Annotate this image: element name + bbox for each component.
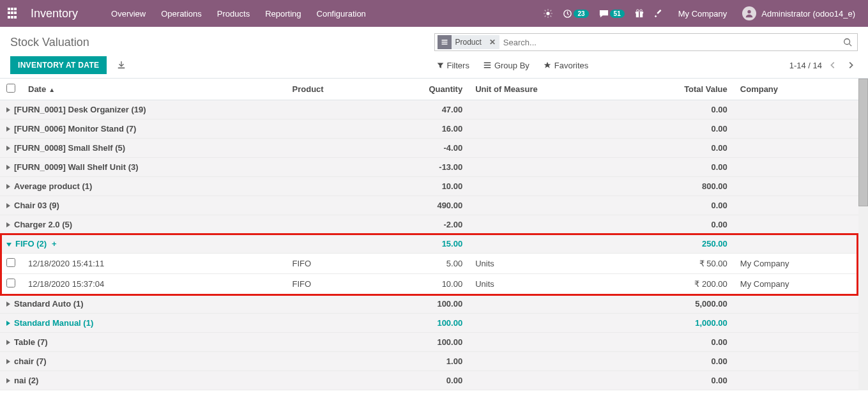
group-total: 1,000.00 [621,314,734,333]
caret-right-icon [6,184,10,189]
cell-uom: Units [469,254,620,274]
table-row[interactable]: 12/18/2020 15:41:11FIFO5.00Units₹ 50.00M… [0,254,858,274]
group-row[interactable]: Table (7)100.000.00 [0,333,858,352]
svg-rect-14 [484,65,491,66]
top-nav: Inventory Overview Operations Products R… [0,0,868,27]
group-row[interactable]: chair (7)1.000.00 [0,352,858,371]
group-label: nai (2) [0,371,286,390]
search-box[interactable]: Product ✕ [434,33,858,51]
activity-icon[interactable]: 23 [563,9,588,19]
group-total: 800.00 [621,177,734,196]
menu-configuration[interactable]: Configuration [309,9,374,19]
group-qty: 0.00 [375,371,469,390]
pager-text: 1-14 / 14 [789,61,822,70]
group-qty: 47.00 [375,100,469,119]
col-quantity[interactable]: Quantity [375,79,469,100]
caret-right-icon [6,126,10,132]
group-row[interactable]: FIFO (2)+15.00250.00 [0,234,858,254]
apps-launcher-icon[interactable] [8,8,19,19]
group-label: chair (7) [0,352,286,371]
table-row[interactable]: 12/18/2020 15:37:04FIFO10.00Units₹ 200.0… [0,274,858,295]
group-total: 0.00 [621,139,734,158]
svg-rect-15 [484,67,491,68]
group-row[interactable]: [FURN_0006] Monitor Stand (7)16.000.00 [0,119,858,139]
facet-label: Product [452,38,485,47]
user-name: Administrator (odoo14_e) [761,9,855,19]
menu-operations[interactable]: Operations [153,9,209,19]
tools-icon[interactable] [654,9,663,18]
svg-point-0 [547,11,550,15]
caret-right-icon [6,107,10,112]
svg-point-11 [844,39,850,45]
select-all-checkbox[interactable] [6,84,15,93]
caret-right-icon [6,359,10,364]
group-total: 5,000.00 [621,295,734,314]
group-qty: 100.00 [375,314,469,333]
scrollbar-track[interactable] [858,79,868,390]
group-row[interactable]: nai (2)0.000.00 [0,371,858,390]
user-menu[interactable]: Administrator (odoo14_e) [742,6,855,20]
group-qty: 490.00 [375,196,469,215]
avatar-icon [742,6,756,20]
group-label: [FURN_0008] Small Shelf (5) [0,139,286,158]
debug-icon[interactable] [544,9,552,18]
cell-product: FIFO [286,254,376,274]
facet-remove[interactable]: ✕ [485,38,499,47]
col-date[interactable]: Date▲ [22,79,286,100]
col-total[interactable]: Total Value [621,79,734,100]
group-row[interactable]: Average product (1)10.00800.00 [0,177,858,196]
search-facet-product: Product ✕ [438,35,499,49]
caret-right-icon [6,165,10,170]
col-uom[interactable]: Unit of Measure [469,79,620,100]
download-icon[interactable] [114,58,128,72]
page-title: Stock Valuation [10,36,89,49]
menu-products[interactable]: Products [209,9,257,19]
add-icon[interactable]: + [52,239,57,249]
group-row[interactable]: Charger 2.0 (5)-2.000.00 [0,215,858,234]
group-row[interactable]: [FURN_0001] Desk Organizer (19)47.000.00 [0,100,858,119]
menu-reporting[interactable]: Reporting [257,9,308,19]
app-title[interactable]: Inventory [31,7,78,20]
group-row[interactable]: Chair 03 (9)490.000.00 [0,196,858,215]
scrollbar-thumb[interactable] [858,79,868,206]
group-qty: 100.00 [375,295,469,314]
group-label: [FURN_0006] Monitor Stand (7) [0,119,286,139]
group-qty: -2.00 [375,215,469,234]
group-qty: 15.00 [375,234,469,254]
menu-overview[interactable]: Overview [103,9,153,19]
search-input[interactable] [499,38,841,47]
group-label: Chair 03 (9) [0,196,286,215]
col-product[interactable]: Product [286,79,376,100]
row-checkbox[interactable] [6,258,15,267]
group-total: 0.00 [621,333,734,352]
col-company[interactable]: Company [734,79,858,100]
group-qty: 16.00 [375,119,469,139]
group-total: 0.00 [621,100,734,119]
search-icon[interactable] [841,38,855,47]
row-checkbox[interactable] [6,279,15,287]
cell-total: ₹ 200.00 [621,274,734,295]
pager-prev[interactable] [826,58,840,72]
filters-button[interactable]: Filters [437,61,469,70]
inventory-at-date-button[interactable]: Inventory at Date [10,56,107,74]
row-checkbox-cell[interactable] [0,274,22,295]
row-checkbox-cell[interactable] [0,254,22,274]
favorites-button[interactable]: Favorites [544,61,588,70]
group-row[interactable]: Standard Auto (1)100.005,000.00 [0,295,858,314]
col-checkbox[interactable] [0,79,22,100]
table-wrap: Date▲ Product Quantity Unit of Measure T… [0,79,868,390]
gift-icon[interactable] [635,9,644,18]
cell-company: My Company [734,254,858,274]
svg-point-5 [636,10,639,12]
group-qty: 10.00 [375,177,469,196]
pager-next[interactable] [844,58,858,72]
group-row[interactable]: Standard Manual (1)100.001,000.00 [0,314,858,333]
group-row[interactable]: [FURN_0008] Small Shelf (5)-4.000.00 [0,139,858,158]
cell-date: 12/18/2020 15:37:04 [22,274,286,295]
group-row[interactable]: [FURN_0009] Wall Shelf Unit (3)-13.000.0… [0,158,858,177]
company-selector[interactable]: My Company [678,9,727,19]
group-label: Standard Manual (1) [0,314,286,333]
groupby-button[interactable]: Group By [483,61,529,70]
messaging-icon[interactable]: 51 [599,9,625,19]
control-panel: Stock Valuation Product ✕ Inventory at D… [0,27,868,79]
